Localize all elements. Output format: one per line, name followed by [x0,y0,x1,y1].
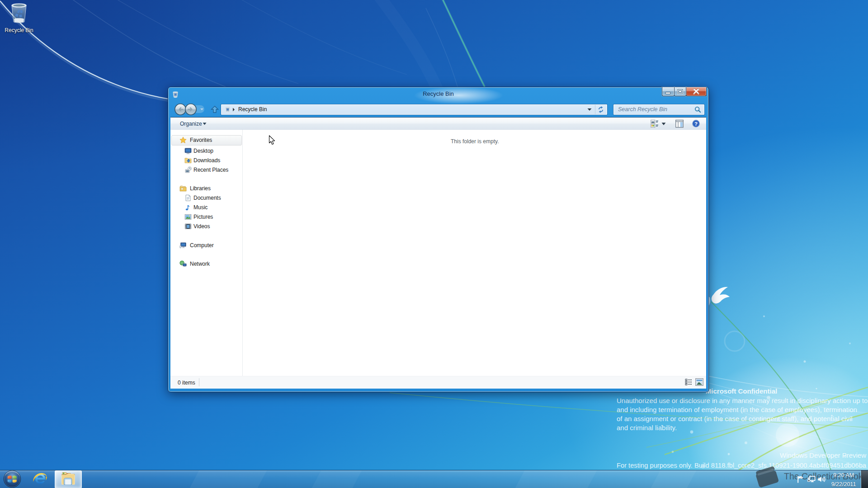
svg-text:?: ? [694,121,698,127]
